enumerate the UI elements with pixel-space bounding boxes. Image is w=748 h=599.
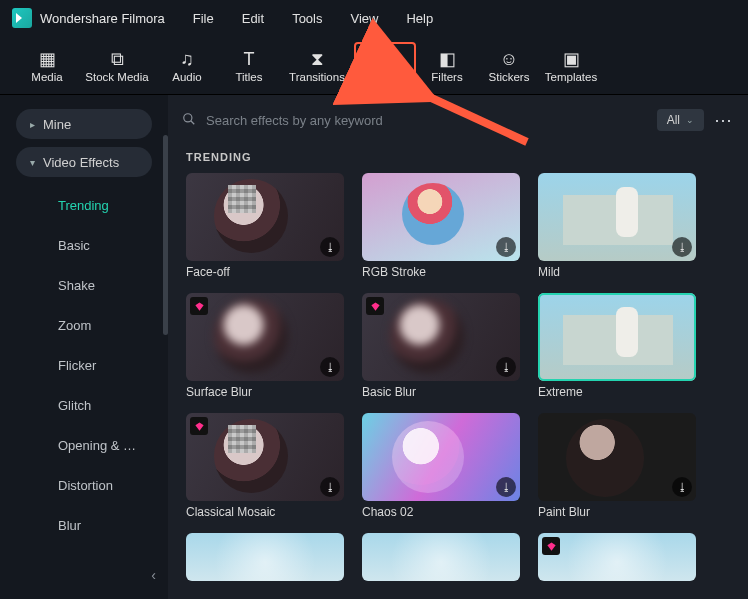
sidebar-group-label: Video Effects	[43, 155, 119, 170]
tab-label: Audio	[172, 71, 201, 83]
chevron-right-icon: ▸	[30, 119, 35, 130]
effect-label: Paint Blur	[538, 505, 696, 525]
download-icon[interactable]: ⭳	[672, 237, 692, 257]
menu-tools[interactable]: Tools	[292, 11, 322, 26]
download-icon[interactable]: ⭳	[496, 357, 516, 377]
tab-stock-media[interactable]: ⧉ Stock Media	[78, 42, 156, 90]
tab-label: Stickers	[489, 71, 530, 83]
effect-thumbnail[interactable]	[538, 293, 696, 381]
effect-card-partial-2[interactable]	[362, 533, 520, 581]
effect-card-rgb-stroke[interactable]: ⭳ RGB Stroke	[362, 173, 520, 285]
tab-stickers[interactable]: ☺ Stickers	[478, 42, 540, 90]
effect-thumbnail[interactable]: ⭳	[362, 413, 520, 501]
effect-card-basic-blur[interactable]: ⭳ Basic Blur	[362, 293, 520, 405]
titles-icon: T	[244, 50, 255, 68]
download-icon[interactable]: ⭳	[320, 477, 340, 497]
menu-file[interactable]: File	[193, 11, 214, 26]
effect-label: Extreme	[538, 385, 696, 405]
menu-view[interactable]: View	[350, 11, 378, 26]
main-panel: All ⌄ ⋯ TRENDING ⭳ Face-off ⭳ RGB Stroke	[168, 95, 748, 599]
tab-transitions[interactable]: ⧗ Transitions	[280, 42, 354, 90]
tab-titles[interactable]: T Titles	[218, 42, 280, 90]
effect-label: Face-off	[186, 265, 344, 285]
effect-label: Chaos 02	[362, 505, 520, 525]
tab-label: Titles	[235, 71, 262, 83]
effect-card-mild[interactable]: ⭳ Mild	[538, 173, 696, 285]
collapse-sidebar-button[interactable]: ‹	[151, 567, 156, 583]
search-input[interactable]	[206, 113, 647, 128]
tab-effects[interactable]: ✦ Effects	[354, 42, 416, 92]
effect-label: Basic Blur	[362, 385, 520, 405]
effect-card-surface-blur[interactable]: ⭳ Surface Blur	[186, 293, 344, 405]
effect-card-partial-1[interactable]	[186, 533, 344, 581]
effect-label: Classical Mosaic	[186, 505, 344, 525]
effect-label: RGB Stroke	[362, 265, 520, 285]
effect-card-partial-3[interactable]	[538, 533, 696, 581]
media-icon: ▦	[39, 50, 56, 68]
effect-thumbnail[interactable]: ⭳	[538, 173, 696, 261]
sidebar-item-flicker[interactable]: Flicker	[0, 345, 168, 385]
main-menu: File Edit Tools View Help	[193, 11, 433, 26]
effect-thumbnail[interactable]	[186, 533, 344, 581]
effect-thumbnail[interactable]: ⭳	[186, 293, 344, 381]
effect-card-face-off[interactable]: ⭳ Face-off	[186, 173, 344, 285]
premium-badge-icon	[366, 297, 384, 315]
tab-label: Effects	[368, 72, 403, 84]
sidebar-item-opening[interactable]: Opening & …	[0, 425, 168, 465]
tab-label: Filters	[431, 71, 462, 83]
effect-thumbnail[interactable]: ⭳	[186, 413, 344, 501]
effect-thumbnail[interactable]: ⭳	[362, 173, 520, 261]
effect-thumbnail[interactable]: ⭳	[538, 413, 696, 501]
sidebar-item-trending[interactable]: Trending	[0, 185, 168, 225]
effect-label: Mild	[538, 265, 696, 285]
download-icon[interactable]: ⭳	[320, 237, 340, 257]
tab-audio[interactable]: ♫ Audio	[156, 42, 218, 90]
tab-label: Stock Media	[85, 71, 148, 83]
tab-filters[interactable]: ◧ Filters	[416, 42, 478, 90]
premium-badge-icon	[542, 537, 560, 555]
effect-thumbnail[interactable]	[362, 533, 520, 581]
menu-help[interactable]: Help	[406, 11, 433, 26]
app-title: Wondershare Filmora	[40, 11, 165, 26]
tab-media[interactable]: ▦ Media	[16, 42, 78, 90]
sidebar-group-video-effects[interactable]: ▾ Video Effects	[16, 147, 152, 177]
menu-edit[interactable]: Edit	[242, 11, 264, 26]
premium-badge-icon	[190, 417, 208, 435]
audio-icon: ♫	[180, 50, 194, 68]
filter-dropdown[interactable]: All ⌄	[657, 109, 704, 131]
sidebar-item-shake[interactable]: Shake	[0, 265, 168, 305]
sidebar-scrollbar[interactable]	[163, 135, 168, 335]
download-icon[interactable]: ⭳	[496, 237, 516, 257]
module-toolbar: ▦ Media ⧉ Stock Media ♫ Audio T Titles ⧗…	[0, 36, 748, 94]
chevron-down-icon: ▾	[30, 157, 35, 168]
stickers-icon: ☺	[500, 50, 518, 68]
effect-card-extreme[interactable]: Extreme	[538, 293, 696, 405]
effect-label: Surface Blur	[186, 385, 344, 405]
search-icon	[182, 112, 196, 129]
transitions-icon: ⧗	[311, 50, 324, 68]
download-icon[interactable]: ⭳	[320, 357, 340, 377]
sidebar-item-basic[interactable]: Basic	[0, 225, 168, 265]
templates-icon: ▣	[563, 50, 580, 68]
effect-thumbnail[interactable]: ⭳	[362, 293, 520, 381]
tab-templates[interactable]: ▣ Templates	[540, 42, 602, 90]
section-heading: TRENDING	[168, 145, 748, 173]
more-options-button[interactable]: ⋯	[714, 109, 734, 131]
search-bar: All ⌄ ⋯	[168, 95, 748, 145]
effect-card-chaos-02[interactable]: ⭳ Chaos 02	[362, 413, 520, 525]
sidebar-group-mine[interactable]: ▸ Mine	[16, 109, 152, 139]
sidebar-item-zoom[interactable]: Zoom	[0, 305, 168, 345]
download-icon[interactable]: ⭳	[672, 477, 692, 497]
sidebar: ▸ Mine ▾ Video Effects Trending Basic Sh…	[0, 95, 168, 599]
effect-thumbnail[interactable]	[538, 533, 696, 581]
sidebar-group-label: Mine	[43, 117, 71, 132]
effect-thumbnail[interactable]: ⭳	[186, 173, 344, 261]
effect-card-classical-mosaic[interactable]: ⭳ Classical Mosaic	[186, 413, 344, 525]
content-area: ▸ Mine ▾ Video Effects Trending Basic Sh…	[0, 94, 748, 599]
tab-label: Media	[31, 71, 62, 83]
sidebar-item-glitch[interactable]: Glitch	[0, 385, 168, 425]
effect-card-paint-blur[interactable]: ⭳ Paint Blur	[538, 413, 696, 525]
sidebar-item-blur[interactable]: Blur	[0, 505, 168, 545]
sidebar-item-distortion[interactable]: Distortion	[0, 465, 168, 505]
download-icon[interactable]: ⭳	[496, 477, 516, 497]
